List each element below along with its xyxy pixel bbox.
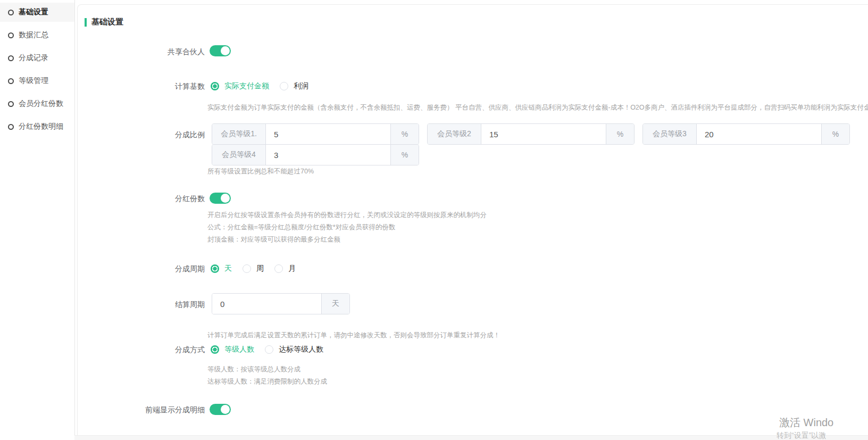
dividend-shares-help-3: 封顶金额：对应等级可以获得的最多分红金额: [207, 235, 340, 244]
ratio-input-level2[interactable]: [481, 124, 606, 144]
radio-unchecked-icon: [265, 345, 273, 354]
circle-icon: [8, 124, 14, 130]
title-accent-bar: [85, 18, 87, 27]
sidebar-item-dividend-share-details[interactable]: 分红份数明细: [0, 117, 74, 136]
radio-checked-icon: [211, 82, 219, 90]
cycle-label: 分成周期: [80, 264, 205, 274]
toggle-knob-icon: [221, 405, 230, 414]
sidebar-item-commission-records[interactable]: 分成记录: [0, 48, 74, 68]
sidebar-item-member-dividend-shares[interactable]: 会员分红份数: [0, 94, 74, 113]
ratio-input-group-3: 会员等级3 %: [642, 123, 850, 145]
circle-icon: [8, 101, 14, 107]
radio-checked-icon: [211, 345, 219, 354]
radio-label: 天: [224, 264, 232, 273]
dividend-shares-help-1: 开启后分红按等级设置条件会员持有的份数进行分红，关闭或没设定的等级则按原来的机制…: [207, 211, 487, 220]
ratio-input-group-2: 会员等级2 %: [427, 123, 635, 145]
radio-profit[interactable]: 利润: [280, 81, 308, 91]
sidebar-item-label: 会员分红份数: [19, 99, 63, 109]
percent-unit: %: [821, 124, 849, 144]
activate-windows-watermark-subline: 转到“设置”以激: [777, 431, 826, 440]
cycle-radio-group: 天 周 月: [211, 264, 306, 273]
calc-base-label: 计算基数: [80, 82, 205, 92]
sidebar-item-label: 等级管理: [19, 76, 48, 86]
radio-label: 达标等级人数: [279, 345, 323, 354]
sidebar-item-level-management[interactable]: 等级管理: [0, 71, 74, 90]
calc-base-help: 实际支付金额为订单实际支付的金额（含余额支付，不含余额抵扣、运费、服务费） 平台…: [207, 103, 868, 112]
dividend-shares-toggle[interactable]: [210, 193, 231, 204]
percent-unit: %: [390, 145, 419, 165]
page-title: 基础设置: [91, 17, 123, 27]
sidebar-item-data-summary[interactable]: 数据汇总: [0, 26, 74, 45]
front-show-toggle[interactable]: [210, 404, 231, 415]
settings-page: 基础设置 数据汇总 分成记录 等级管理 会员分红份数 分红份数明细 基础设置 共…: [0, 0, 868, 440]
radio-label: 利润: [294, 81, 308, 91]
sidebar-item-label: 基础设置: [19, 7, 48, 17]
radio-unchecked-icon: [243, 264, 251, 273]
method-radio-group: 等级人数 达标等级人数: [211, 345, 334, 354]
settle-label: 结算周期: [80, 300, 205, 310]
radio-level-headcount[interactable]: 等级人数: [211, 345, 254, 354]
ratio-field-label: 会员等级2: [428, 124, 481, 144]
radio-label: 周: [256, 264, 264, 273]
radio-day[interactable]: 天: [211, 264, 232, 273]
horizontal-scrollbar[interactable]: [74, 435, 868, 440]
settle-help: 计算订单完成后满足设置天数的累计订单，请勿中途修改天数，否则会导致部分订单重复计…: [207, 331, 500, 340]
radio-unchecked-icon: [280, 82, 288, 90]
settle-input-group: 天: [212, 293, 350, 314]
toggle-knob-icon: [221, 46, 230, 55]
circle-icon: [8, 32, 14, 38]
circle-icon: [8, 55, 14, 61]
percent-unit: %: [390, 124, 419, 144]
sidebar-item-label: 数据汇总: [19, 30, 48, 40]
method-help-1: 等级人数：按该等级总人数分成: [207, 365, 301, 374]
activate-windows-watermark: 激活 Windo: [779, 416, 833, 430]
percent-unit: %: [606, 124, 634, 144]
radio-label: 等级人数: [224, 345, 254, 354]
radio-label: 实际支付金额: [224, 81, 269, 91]
dividend-shares-label: 分红份数: [80, 194, 205, 204]
sidebar-item-label: 分红份数明细: [19, 122, 63, 131]
radio-month[interactable]: 月: [274, 264, 296, 273]
calc-base-radio-group: 实际支付金额 利润: [211, 81, 319, 91]
radio-week[interactable]: 周: [243, 264, 264, 273]
ratio-field-label: 会员等级1.: [212, 124, 266, 144]
ratio-help: 所有等级设置比例总和不能超过70%: [207, 167, 314, 176]
circle-icon: [8, 78, 14, 84]
main-panel: [77, 4, 868, 435]
sidebar: 基础设置 数据汇总 分成记录 等级管理 会员分红份数 分红份数明细: [0, 0, 75, 435]
method-label: 分成方式: [80, 345, 205, 355]
settle-days-input[interactable]: [212, 294, 321, 314]
radio-label: 月: [288, 264, 296, 273]
radio-checked-icon: [211, 264, 219, 273]
ratio-label: 分成比例: [80, 130, 205, 140]
ratio-field-label: 会员等级3: [643, 124, 697, 144]
ratio-input-level3[interactable]: [697, 124, 821, 144]
ratio-input-group-1: 会员等级1. %: [212, 123, 419, 145]
ratio-input-group-4: 会员等级4 %: [212, 144, 419, 165]
ratio-input-level1[interactable]: [266, 124, 390, 144]
share-partner-label: 共享合伙人: [80, 47, 205, 57]
radio-actual-payment[interactable]: 实际支付金额: [211, 81, 269, 91]
sidebar-item-basic-settings[interactable]: 基础设置: [0, 3, 74, 22]
radio-qualified-level-headcount[interactable]: 达标等级人数: [265, 345, 323, 354]
circle-icon: [8, 10, 14, 15]
front-show-label: 前端显示分成明细: [80, 405, 205, 415]
method-help-2: 达标等级人数：满足消费限制的人数分成: [207, 377, 327, 386]
ratio-field-label: 会员等级4: [212, 145, 266, 165]
dividend-shares-help-2: 公式：分红金额=等级分红总额度/分红份数*对应会员获得的份数: [207, 223, 395, 232]
ratio-input-level4[interactable]: [266, 145, 390, 165]
day-unit: 天: [321, 294, 349, 314]
radio-unchecked-icon: [274, 264, 283, 273]
share-partner-toggle[interactable]: [210, 45, 231, 56]
sidebar-item-label: 分成记录: [19, 53, 48, 63]
toggle-knob-icon: [221, 194, 230, 203]
